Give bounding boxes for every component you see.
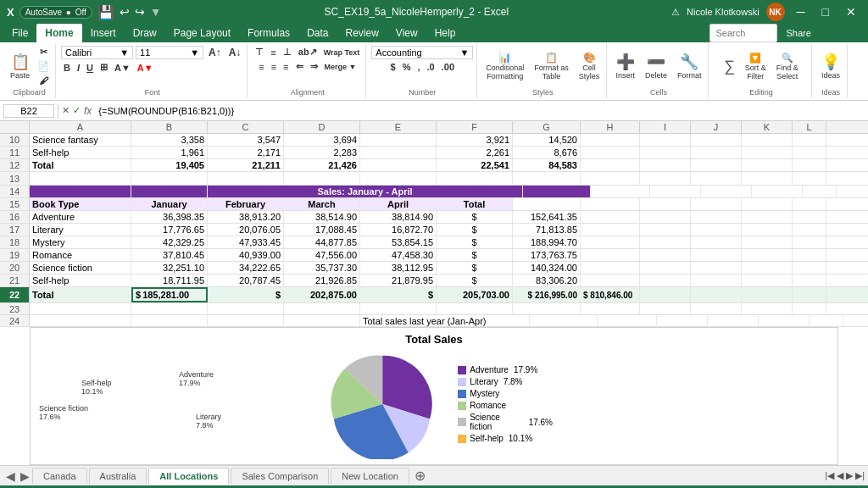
align-top-button[interactable]: ⊤ — [253, 46, 266, 58]
comma-button[interactable]: , — [415, 61, 422, 73]
tab-page-layout[interactable]: Page Layout — [165, 24, 239, 42]
merge-center-button[interactable]: Merge ▼ — [322, 62, 359, 72]
tab-insert[interactable]: Insert — [82, 24, 125, 42]
cell-d19[interactable]: 47,556.00 — [284, 249, 360, 261]
tab-formulas[interactable]: Formulas — [239, 24, 298, 42]
cell-a17[interactable]: Literary — [30, 224, 131, 236]
cancel-formula-button[interactable]: ✕ — [62, 105, 70, 116]
align-left-button[interactable]: ≡ — [256, 61, 266, 73]
currency-button[interactable]: $ — [388, 61, 398, 73]
format-painter-button[interactable]: 🖌 — [35, 75, 52, 86]
formula-input[interactable] — [95, 106, 865, 116]
confirm-formula-button[interactable]: ✓ — [73, 105, 81, 116]
cell-e19[interactable]: 47,458.30 — [360, 249, 437, 261]
cell-styles-button[interactable]: 🎨 CellStyles — [576, 50, 604, 82]
cell-e18[interactable]: 53,854.15 — [360, 236, 437, 248]
cell-g12[interactable]: 84,583 — [513, 159, 581, 171]
col-header-l[interactable]: L — [793, 121, 826, 133]
cut-button[interactable]: ✂ — [35, 46, 52, 58]
font-color-button[interactable]: A▼ — [135, 62, 156, 74]
cell-g22[interactable]: $ 216,995.00 — [513, 287, 581, 302]
cell-a13[interactable] — [30, 172, 131, 185]
cell-f11[interactable]: 2,261 — [437, 147, 513, 158]
cell-b19[interactable]: 37,810.45 — [131, 249, 208, 261]
cell-c16[interactable]: 38,913.20 — [208, 211, 284, 223]
cell-c11[interactable]: 2,171 — [208, 147, 284, 158]
cell-f18[interactable]: $ — [437, 236, 513, 248]
cell-c15[interactable]: February — [208, 198, 284, 210]
cell-f21[interactable]: $ — [437, 274, 513, 286]
cell-a16[interactable]: Adventure — [30, 211, 131, 223]
cell-g18[interactable]: 188,994.70 — [513, 236, 581, 248]
cell-c18[interactable]: 47,933.45 — [208, 236, 284, 248]
cell-k10[interactable] — [742, 134, 793, 146]
cell-g20[interactable]: 140,324.00 — [513, 262, 581, 274]
minimize-button[interactable]: ─ — [792, 3, 810, 20]
cell-b10[interactable]: 3,358 — [131, 134, 208, 146]
cell-h12[interactable] — [581, 159, 640, 171]
cell-c20[interactable]: 34,222.65 — [208, 262, 284, 274]
close-button[interactable]: ✕ — [841, 3, 861, 20]
cell-b22[interactable]: $185,281.00 — [131, 287, 208, 302]
font-name-box[interactable]: Calibri▼ — [61, 46, 133, 59]
col-header-d[interactable]: D — [284, 121, 360, 133]
cell-d17[interactable]: 17,088.45 — [284, 224, 360, 236]
share-button[interactable]: Share — [777, 24, 819, 42]
cell-g14[interactable] — [523, 186, 591, 197]
cell-c22[interactable]: $ — [208, 287, 284, 302]
increase-indent-button[interactable]: ⇒ — [308, 60, 320, 73]
cell-d16[interactable]: 38,514.90 — [284, 211, 360, 223]
cell-b14[interactable] — [131, 186, 208, 197]
decrease-indent-button[interactable]: ⇐ — [293, 60, 306, 73]
insert-button[interactable]: ➕ Insert — [612, 51, 638, 81]
col-header-g[interactable]: G — [513, 121, 581, 133]
cell-f19[interactable]: $ — [437, 249, 513, 261]
cell-g19[interactable]: 173,763.75 — [513, 249, 581, 261]
cell-c10[interactable]: 3,547 — [208, 134, 284, 146]
cell-i12[interactable] — [640, 159, 691, 171]
align-right-button[interactable]: ≡ — [281, 61, 291, 73]
cell-f12[interactable]: 22,541 — [437, 159, 513, 171]
bold-button[interactable]: B — [61, 62, 73, 74]
cell-e21[interactable]: 21,879.95 — [360, 274, 437, 286]
cell-d21[interactable]: 21,926.85 — [284, 274, 360, 286]
cell-g11[interactable]: 8,676 — [513, 147, 581, 158]
cell-a21[interactable]: Self-help — [30, 274, 131, 286]
cell-reference-input[interactable] — [3, 104, 54, 118]
cell-c19[interactable]: 40,939.00 — [208, 249, 284, 261]
cell-h22[interactable]: $ 810,846.00 — [581, 287, 640, 302]
cell-e11[interactable] — [360, 147, 437, 158]
cell-c17[interactable]: 20,076.05 — [208, 224, 284, 236]
font-size-box[interactable]: 11▼ — [136, 46, 203, 59]
paste-button[interactable]: 📋 Paste — [7, 51, 33, 81]
cell-j12[interactable] — [691, 159, 742, 171]
tab-help[interactable]: Help — [426, 24, 465, 42]
cell-b15[interactable]: January — [131, 198, 208, 210]
cell-a11[interactable]: Self-help — [30, 147, 131, 158]
cell-g17[interactable]: 71,813.85 — [513, 224, 581, 236]
col-header-b[interactable]: B — [131, 121, 208, 133]
decrease-decimal-button[interactable]: .00 — [439, 61, 457, 73]
percent-button[interactable]: % — [400, 61, 414, 73]
sort-filter-button[interactable]: 🔽 Sort &Filter — [742, 51, 770, 82]
tab-view[interactable]: View — [387, 24, 426, 42]
col-header-a[interactable]: A — [30, 121, 131, 133]
cell-l11[interactable] — [793, 147, 826, 158]
tab-data[interactable]: Data — [298, 24, 337, 42]
cell-b17[interactable]: 17,776.65 — [131, 224, 208, 236]
orientation-button[interactable]: ab↗ — [296, 46, 320, 58]
cell-e20[interactable]: 38,112.95 — [360, 262, 437, 274]
cell-d11[interactable]: 2,283 — [284, 147, 360, 158]
cell-a19[interactable]: Romance — [30, 249, 131, 261]
cell-a22[interactable]: Total — [30, 287, 131, 302]
cell-g10[interactable]: 14,520 — [513, 134, 581, 146]
cell-b20[interactable]: 32,251.10 — [131, 262, 208, 274]
number-format-box[interactable]: Accounting ▼ — [371, 46, 473, 59]
cell-e22[interactable]: $ — [360, 287, 437, 302]
add-sheet-button[interactable]: ⊕ — [411, 468, 429, 484]
cell-a20[interactable]: Science fiction — [30, 262, 131, 274]
cell-h11[interactable] — [581, 147, 640, 158]
cell-i11[interactable] — [640, 147, 691, 158]
autosave-toggle[interactable]: AutoSave ● Off — [19, 6, 92, 19]
cell-f16[interactable]: $ — [437, 211, 513, 223]
